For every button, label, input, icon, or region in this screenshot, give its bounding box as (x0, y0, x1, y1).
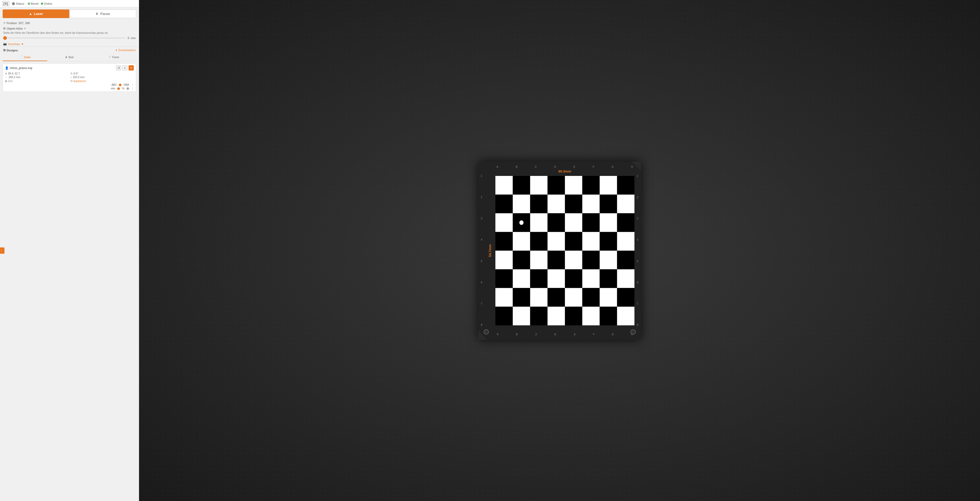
bereit-item: ▣ Bereit (27, 2, 38, 5)
percent-label: % (122, 87, 124, 90)
svg-rect-12 (565, 195, 582, 213)
object-height-chevron: ▼ (24, 27, 26, 30)
grid-value: 1×1 (8, 80, 13, 82)
dimension-top-label: 80.3mm (558, 170, 571, 173)
grid-icon: ⊞ (5, 80, 7, 82)
settings2-icon[interactable]: ⋮ (131, 87, 134, 90)
mm-row: mm % ⋮ (5, 87, 134, 90)
svg-rect-31 (617, 232, 634, 251)
online-item: Online (41, 2, 52, 5)
svg-rect-26 (530, 232, 547, 251)
text-icon: A (65, 55, 67, 59)
form-label: Form (112, 55, 119, 59)
form-icon: ♡ (109, 55, 111, 59)
svg-rect-50 (530, 288, 547, 306)
object-height-label[interactable]: ⊞ Objekt-Höhe ▼ (3, 27, 136, 30)
x-value: 89.9, 62.7 (8, 72, 20, 75)
svg-rect-38 (600, 251, 617, 269)
status-label: Status: (16, 2, 25, 5)
mm-label: mm (111, 87, 115, 90)
close-file-button[interactable]: × (129, 65, 134, 71)
width-arrow-icon: ↔ (5, 76, 8, 79)
svg-rect-39 (617, 251, 634, 269)
app-logo: [S] (2, 1, 9, 6)
svg-rect-20 (565, 213, 582, 232)
svg-rect-23 (617, 213, 634, 232)
x-row: ✛ 89.9, 62.7 (5, 72, 68, 75)
status-item: ⬤ Status: (12, 2, 25, 5)
svg-rect-10 (530, 195, 547, 213)
object-height-text: Objekt-Höhe (6, 27, 23, 30)
online-dot (41, 3, 43, 5)
tab-form[interactable]: ♡ Form (92, 54, 136, 61)
ruler-top-a: A (497, 165, 498, 168)
pause-label: Pause (100, 12, 110, 16)
laser-button[interactable]: ▲ Laser (3, 10, 69, 18)
width-value: 269.2 mm (9, 76, 20, 79)
ruler-top-f: F (593, 165, 594, 168)
ruler-left-3: 3 (481, 217, 482, 220)
svg-rect-41 (513, 269, 530, 288)
height-description: Stelle die Höhe der Oberfläche über dem … (3, 31, 136, 35)
svg-rect-51 (547, 288, 565, 306)
svg-rect-55 (617, 288, 634, 306)
svg-rect-18 (530, 213, 547, 232)
svg-rect-29 (582, 232, 600, 251)
ruler-right-4: 4 (637, 238, 638, 241)
height-arrow-icon: ↕ (71, 76, 72, 79)
svg-rect-6 (600, 176, 617, 195)
file-item: 👤 chess_gravur.svg ↺ + × ✛ 89.9, 62.7 ↻ … (3, 63, 136, 92)
svg-rect-8 (495, 195, 513, 213)
svg-rect-62 (600, 306, 617, 325)
svg-rect-1 (513, 176, 530, 195)
reset-link[interactable]: ✦ Zurücksetzen (115, 49, 136, 52)
ruler-right: 1 2 3 4 5 6 7 8 (637, 174, 638, 327)
add-file-button[interactable]: + (122, 65, 127, 71)
side-tab[interactable]: ... (0, 247, 5, 254)
ruler-bottom: ∇ B C D E F G H (497, 333, 633, 336)
svg-rect-16 (495, 213, 513, 232)
ruler-right-3: 3 (637, 217, 638, 220)
svg-rect-61 (582, 306, 600, 325)
circle-mark-br (630, 329, 636, 335)
designs-label: Designs (6, 49, 18, 52)
svg-rect-40 (495, 269, 513, 288)
mm-dot (117, 87, 120, 90)
ruler-bottom-f: F (593, 333, 594, 336)
chessboard-container: 80.3mm 54.7mm (495, 176, 635, 325)
svg-rect-21 (582, 213, 600, 232)
abc-row: ABC DBA ⋮ (5, 83, 134, 86)
ruler-bottom-d: D (554, 333, 556, 336)
svg-rect-34 (530, 251, 547, 269)
dimension-left-label: 54.7mm (488, 244, 492, 257)
duplicate-icon: ⧉ (71, 79, 72, 82)
tab-text[interactable]: A Text (47, 54, 92, 61)
pause-icon: ⏸ (95, 12, 99, 16)
pause-button[interactable]: ⏸ Pause (69, 10, 137, 18)
position-value: 507, 390 (19, 22, 30, 25)
ruler-top-c: C (535, 165, 537, 168)
tab-datei[interactable]: 📄 Datei (3, 54, 47, 61)
left-panel: [S] ⬤ Status: ▣ Bereit Online ▲ Laser ⏸ … (0, 0, 139, 501)
ruler-top-d: D (554, 165, 556, 168)
file-item-header: 👤 chess_gravur.svg ↺ + × (5, 65, 134, 71)
reset-file-button[interactable]: ↺ (116, 65, 121, 71)
duplicate-link[interactable]: duplizieren (73, 80, 86, 82)
svg-rect-11 (547, 195, 565, 213)
settings-icon[interactable]: ⋮ (131, 83, 134, 86)
designs-title: ⊞ Designs (3, 49, 18, 52)
height-slider[interactable] (3, 38, 126, 38)
chessboard-svg (495, 176, 635, 325)
vorschau-row[interactable]: 📷 Vorschau ▼ (0, 41, 139, 47)
svg-rect-35 (547, 251, 565, 269)
svg-rect-0 (495, 176, 513, 195)
svg-rect-37 (582, 251, 600, 269)
laser-icon: ▲ (29, 12, 32, 16)
action-buttons: ▲ Laser ⏸ Pause (0, 7, 139, 20)
svg-rect-54 (600, 288, 617, 306)
abc-dot (119, 84, 121, 86)
ruler-bottom-c: C (535, 333, 537, 336)
status-icon: ⬤ (12, 2, 15, 5)
reset-label: Zurücksetzen (118, 49, 136, 52)
width-row: ↔ 269.2 mm (5, 76, 68, 79)
